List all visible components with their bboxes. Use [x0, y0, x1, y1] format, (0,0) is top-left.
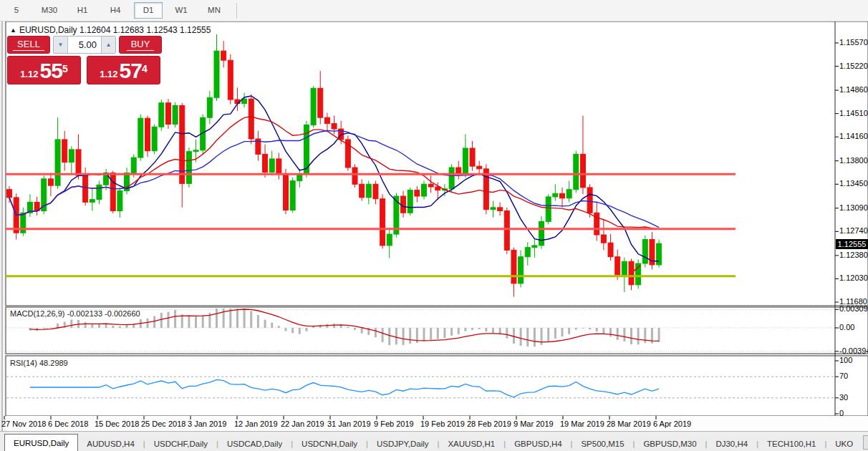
date-axis-label: 27 Nov 2018	[1, 420, 46, 428]
date-axis-label: 9 Feb 2019	[374, 420, 414, 428]
chart-tab-eurusd[interactable]: EURUSD,Daily	[4, 434, 78, 451]
one-click-trading-panel: SELL ▼ 5.00 ▲ BUY 1.12 55 5 1.12 57 4	[7, 36, 162, 84]
price-axis-label: 1.14860	[839, 85, 868, 94]
date-axis-label: 28 Feb 2019	[467, 420, 511, 428]
chart-tab-gbpusd[interactable]: GBPUSD,H4	[506, 436, 570, 451]
sell-price-pip: 5	[62, 65, 68, 72]
timeframe-button-d1[interactable]: D1	[134, 2, 163, 19]
buy-button[interactable]: BUY	[119, 36, 162, 54]
chart-tab-xauusd[interactable]: XAUUSD,H1	[439, 436, 503, 451]
macd-indicator-label: MACD(12,26,9) -0.002133 -0.002660	[10, 309, 140, 318]
price-axis-label: 1.13800	[839, 156, 868, 165]
buy-button-label: BUY	[127, 39, 155, 51]
macd-axis-label: 0.00	[839, 323, 854, 331]
price-axis-label: 1.12740	[839, 226, 868, 235]
chart-tab-sp500[interactable]: SP500,M15	[572, 436, 632, 451]
collapse-triangle-icon[interactable]: ▲	[10, 26, 16, 34]
chart-tab-usdcnh[interactable]: USDCNH,Daily	[293, 436, 366, 451]
date-axis-label: 9 Mar 2019	[513, 420, 554, 428]
rsi-axis-label: 100	[839, 356, 852, 364]
rsi-axis-label: 0	[839, 409, 844, 417]
chart-tab-usdchf[interactable]: USDCHF,Daily	[145, 436, 216, 451]
date-axis-label: 19 Feb 2019	[420, 420, 465, 428]
price-axis-label: 1.13090	[839, 203, 868, 212]
price-axis-label: 1.14160	[839, 132, 868, 140]
price-axis-label: 1.14510	[839, 109, 868, 117]
date-axis-label: 15 Dec 2018	[95, 420, 139, 428]
chart-tab-tech100[interactable]: TECH100,H1	[758, 436, 824, 451]
price-axis-label: 1.12380	[839, 251, 868, 259]
sell-price-main: 55	[40, 60, 62, 82]
price-axis-label: 1.12030	[839, 273, 868, 282]
timeframe-toolbar: 5M30H1H4D1W1MN	[0, 0, 868, 21]
rsi-axis-label: 30	[839, 393, 848, 402]
current-price-tag: 1.12555	[836, 239, 868, 249]
timeframe-button-h4[interactable]: H4	[101, 2, 130, 19]
timeframe-button-5[interactable]: 5	[2, 2, 31, 19]
chart-title: ▲EURUSD,Daily 1.12604 1.12683 1.12543 1.…	[10, 25, 211, 35]
date-axis-label: 6 Apr 2019	[653, 420, 691, 428]
date-axis-label: 3 Jan 2019	[188, 420, 226, 428]
price-axis-label: 1.13450	[839, 179, 868, 188]
chart-tab-gbpusd[interactable]: GBPUSD,M30	[635, 436, 705, 451]
date-axis-label: 19 Mar 2019	[560, 420, 604, 428]
toolbar-separator	[236, 3, 237, 19]
macd-axis-label: -0.003947	[839, 346, 868, 355]
chart-window: ▲EURUSD,Daily 1.12604 1.12683 1.12543 1.…	[0, 21, 868, 431]
chart-ohlc-values: 1.12604 1.12683 1.12543 1.12555	[79, 25, 211, 35]
date-axis-label: 12 Jan 2019	[234, 420, 278, 428]
timeframe-button-h1[interactable]: H1	[68, 2, 97, 19]
date-axis-label: 31 Jan 2019	[327, 420, 371, 428]
buy-price-box[interactable]: 1.12 57 4	[87, 56, 160, 84]
timeframe-button-mn[interactable]: MN	[200, 2, 228, 19]
date-axis-label: 25 Dec 2018	[141, 420, 185, 428]
chart-tab-uko[interactable]: UKO	[826, 436, 862, 451]
volume-stepper: ▼ 5.00 ▲	[53, 36, 116, 54]
date-axis-label: 22 Jan 2019	[281, 420, 324, 428]
tab-scroll-left-button[interactable]: ◂	[863, 435, 868, 450]
price-axis-label: 1.15570	[839, 38, 868, 47]
sell-price-box[interactable]: 1.12 55 5	[7, 56, 81, 84]
rsi-axis-label: 70	[839, 372, 848, 380]
timeframe-button-w1[interactable]: W1	[167, 2, 196, 19]
chart-tab-usdcad[interactable]: USDCAD,Daily	[218, 436, 291, 451]
sell-price-prefix: 1.12	[20, 67, 38, 82]
date-axis-label: 6 Dec 2018	[48, 420, 88, 428]
rsi-indicator-label: RSI(14) 48.2989	[10, 359, 68, 367]
chart-tab-bar: EURUSD,DailyAUDUSD,H4|USDCHF,Daily|USDCA…	[0, 431, 868, 451]
chart-tab-dj30[interactable]: DJ30,H4	[707, 436, 756, 451]
sell-button[interactable]: SELL	[7, 36, 50, 54]
buy-price-prefix: 1.12	[100, 67, 117, 82]
chart-symbol-label: EURUSD,Daily	[19, 25, 77, 35]
volume-input[interactable]: 5.00	[67, 37, 102, 53]
timeframe-button-m30[interactable]: M30	[35, 2, 64, 19]
macd-axis-label: 0.003095	[839, 304, 868, 313]
tab-scroll-controls: ◂▸	[862, 435, 868, 451]
chart-tab-audusd[interactable]: AUDUSD,H4	[78, 436, 143, 451]
volume-decrease-button[interactable]: ▼	[54, 37, 67, 53]
date-axis-label: 28 Mar 2019	[607, 420, 651, 428]
buy-price-pip: 4	[142, 65, 148, 72]
sell-button-label: SELL	[13, 39, 44, 51]
buy-price-main: 57	[120, 60, 142, 82]
chart-tab-usdjpy[interactable]: USDJPY,Daily	[368, 436, 438, 451]
price-axis-label: 1.15220	[839, 62, 868, 70]
volume-increase-button[interactable]: ▲	[102, 37, 115, 53]
rsi-panel-background	[6, 356, 868, 416]
